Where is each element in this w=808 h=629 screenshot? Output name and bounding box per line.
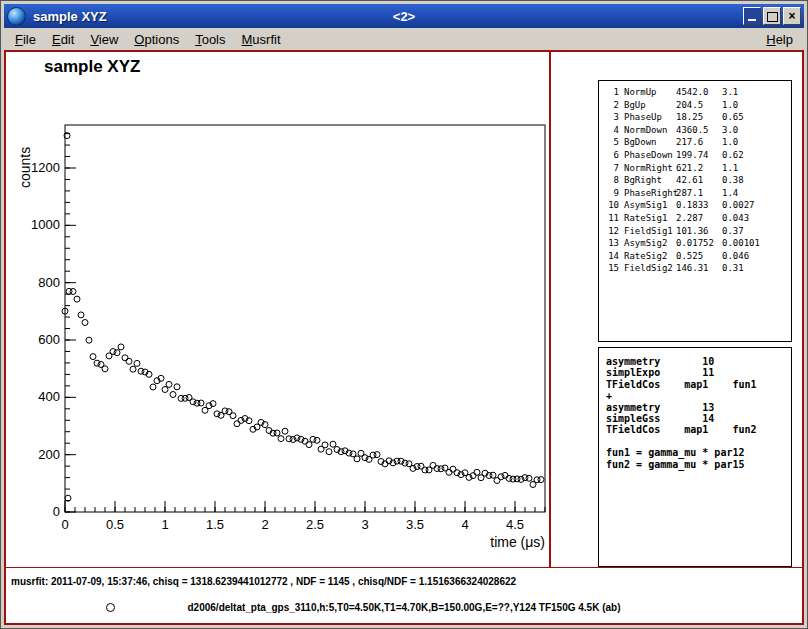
param-error: 1.0 bbox=[722, 136, 738, 149]
param-name: AsymSig1 bbox=[624, 199, 676, 212]
data-point bbox=[374, 452, 380, 458]
titlebar[interactable]: sample XYZ <2> × bbox=[4, 4, 804, 28]
param-index: 10 bbox=[605, 199, 619, 212]
param-row: 12FieldSig1101.360.37 bbox=[605, 225, 791, 238]
param-error: 1.1 bbox=[722, 162, 738, 175]
param-row: 14RateSig20.5250.046 bbox=[605, 250, 791, 263]
param-error: 0.00101 bbox=[722, 237, 760, 250]
param-row: 2BgUp204.51.0 bbox=[605, 99, 791, 112]
y-tick-label: 1200 bbox=[31, 160, 60, 175]
x-tick-label: 1 bbox=[161, 517, 168, 532]
param-value: 199.74 bbox=[676, 149, 722, 162]
param-row: 8BgRight42.610.38 bbox=[605, 174, 791, 187]
x-tick-label: 3.5 bbox=[406, 517, 424, 532]
theory-box: asymmetry 10simplExpo 11TFieldCos map1 f… bbox=[598, 347, 792, 567]
data-point bbox=[474, 469, 480, 475]
menu-view[interactable]: View bbox=[82, 30, 126, 49]
menu-edit[interactable]: Edit bbox=[44, 30, 82, 49]
data-point bbox=[498, 474, 504, 480]
x-tick-label: 2 bbox=[261, 517, 268, 532]
param-row: 10AsymSig10.18330.0027 bbox=[605, 199, 791, 212]
param-name: PhaseUp bbox=[624, 111, 676, 124]
param-name: PhaseRight bbox=[624, 187, 676, 200]
param-index: 4 bbox=[605, 124, 619, 137]
param-value: 146.31 bbox=[676, 262, 722, 275]
menu-file[interactable]: File bbox=[7, 30, 44, 49]
menubar: FileEditViewOptionsToolsMusrfitHelp bbox=[4, 28, 804, 50]
data-point bbox=[82, 320, 88, 326]
param-row: 5BgDown217.61.0 bbox=[605, 136, 791, 149]
param-value: 0.1833 bbox=[676, 199, 722, 212]
data-point bbox=[330, 441, 336, 447]
data-point bbox=[122, 355, 128, 361]
pad-border-vertical bbox=[549, 52, 551, 568]
x-tick-label: 0.5 bbox=[106, 517, 124, 532]
data-point bbox=[354, 456, 360, 462]
data-point bbox=[290, 437, 296, 443]
data-point bbox=[282, 428, 288, 434]
param-name: BgRight bbox=[624, 174, 676, 187]
param-name: BgUp bbox=[624, 99, 676, 112]
param-index: 5 bbox=[605, 136, 619, 149]
param-name: FieldSig1 bbox=[624, 225, 676, 238]
data-point bbox=[294, 435, 300, 441]
data-point bbox=[86, 337, 92, 343]
y-tick-label: 400 bbox=[38, 389, 60, 404]
maximize-button[interactable] bbox=[763, 7, 781, 25]
minimize-icon bbox=[748, 19, 756, 21]
param-row: 4NormDown4360.53.0 bbox=[605, 124, 791, 137]
param-index: 2 bbox=[605, 99, 619, 112]
param-index: 15 bbox=[605, 262, 619, 275]
param-value: 4542.0 bbox=[676, 86, 722, 99]
data-point bbox=[170, 392, 176, 398]
x-tick-label: 0 bbox=[61, 517, 68, 532]
y-tick-label: 200 bbox=[38, 447, 60, 462]
data-point bbox=[322, 442, 328, 448]
param-row: 9PhaseRight287.11.4 bbox=[605, 187, 791, 200]
x-tick-label: 1.5 bbox=[206, 517, 224, 532]
param-row: 13AsymSig20.017520.00101 bbox=[605, 237, 791, 250]
param-name: FieldSig2 bbox=[624, 262, 676, 275]
param-value: 2.287 bbox=[676, 212, 722, 225]
minimize-button[interactable] bbox=[743, 7, 761, 25]
param-error: 3.0 bbox=[722, 124, 738, 137]
param-row: 3PhaseUp18.250.65 bbox=[605, 111, 791, 124]
menu-tools[interactable]: Tools bbox=[187, 30, 233, 49]
maximize-icon bbox=[767, 12, 778, 22]
data-point bbox=[70, 289, 76, 295]
y-tick-label: 800 bbox=[38, 275, 60, 290]
param-index: 1 bbox=[605, 86, 619, 99]
theory-line: asymmetry 13 bbox=[606, 402, 791, 413]
x-axis-label: time (μs) bbox=[490, 534, 545, 550]
data-point bbox=[430, 462, 436, 468]
data-point bbox=[134, 360, 140, 366]
param-error: 0.38 bbox=[722, 174, 744, 187]
param-error: 0.37 bbox=[722, 225, 744, 238]
data-point bbox=[450, 466, 456, 472]
param-error: 3.1 bbox=[722, 86, 738, 99]
data-point bbox=[162, 387, 168, 393]
fit-info-line: musrfit: 2011-07-09, 15:37:46, chisq = 1… bbox=[11, 576, 516, 587]
menu-options[interactable]: Options bbox=[126, 30, 187, 49]
plot-area[interactable]: 00.511.522.533.544.502004006008001000120… bbox=[6, 52, 566, 572]
param-value: 287.1 bbox=[676, 187, 722, 200]
close-button[interactable]: × bbox=[783, 7, 801, 25]
data-point bbox=[494, 478, 500, 484]
theory-line bbox=[606, 436, 791, 447]
menu-musrfit[interactable]: Musrfit bbox=[234, 30, 289, 49]
data-series bbox=[62, 133, 544, 502]
param-value: 0.01752 bbox=[676, 237, 722, 250]
data-point bbox=[234, 421, 240, 427]
data-point bbox=[74, 296, 80, 302]
stats-box: 1NormUp4542.03.12BgUp204.51.03PhaseUp18.… bbox=[598, 80, 792, 342]
menu-help[interactable]: Help bbox=[758, 30, 801, 49]
param-name: NormRight bbox=[624, 162, 676, 175]
data-point bbox=[214, 411, 220, 417]
param-row: 1NormUp4542.03.1 bbox=[605, 86, 791, 99]
root-canvas[interactable]: sample XYZ 00.511.522.533.544.5020040060… bbox=[4, 50, 804, 625]
data-point bbox=[274, 430, 280, 436]
param-value: 0.525 bbox=[676, 250, 722, 263]
param-error: 0.046 bbox=[722, 250, 749, 263]
window-title: sample XYZ bbox=[33, 9, 107, 24]
theory-line: TFieldCos map1 fun2 bbox=[606, 424, 791, 435]
